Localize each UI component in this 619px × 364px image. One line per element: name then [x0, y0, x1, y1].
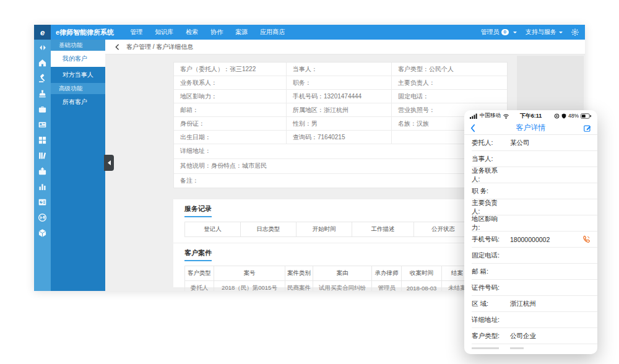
- form-row: 客户（委托人）：张三1222 当事人： 客户类型：公民个人: [174, 63, 507, 76]
- phone-field-row: 当事人:: [464, 151, 597, 167]
- field-label: 业务联系人:: [472, 167, 503, 184]
- col-client-type: 客户类型: [185, 266, 214, 281]
- sidebar-item-my-clients[interactable]: 我的客户: [51, 51, 105, 67]
- cell-lawyer: 管理员: [372, 281, 402, 292]
- field-label: 区 域:: [472, 300, 503, 308]
- admin-label: 管理员: [481, 28, 500, 37]
- chevron-down-icon: [513, 32, 517, 35]
- field-landline: 固定电话：: [392, 90, 507, 103]
- field-contact: 业务联系人：: [174, 76, 287, 89]
- phone-field-row: 客户类型: 公司企业: [464, 328, 597, 344]
- phone-field-row: 邮 箱:: [464, 264, 597, 280]
- field-region-influence: 地区影响力：: [174, 90, 287, 103]
- library-icon[interactable]: [34, 148, 51, 163]
- field-client: 客户（委托人）：张三1222: [174, 63, 287, 76]
- back-chevron-icon[interactable]: [114, 43, 120, 51]
- field-value: 18000000002: [510, 236, 550, 243]
- field-email: 邮箱：: [174, 103, 287, 116]
- clipped-row: [464, 344, 597, 354]
- sidebar-collapse-handle[interactable]: [104, 155, 114, 171]
- form-row: 身份证： 性别：男 名族：汉族: [174, 117, 507, 131]
- support-label: 支持与服务: [526, 28, 556, 37]
- phone-field-row-mobile: 手机号码: 18000000002: [464, 232, 597, 248]
- field-label: 委托人:: [472, 139, 503, 147]
- phone-page-title: 客户详情: [516, 123, 546, 133]
- menu-item-collaborate[interactable]: 协作: [204, 25, 229, 40]
- table-row[interactable]: 委托人 2018（民）第0015号 民商案件 试用买卖合同纠纷 管理员 2018…: [185, 281, 473, 292]
- app-logo-icon: e: [34, 25, 51, 40]
- archive-up-icon[interactable]: [34, 163, 51, 179]
- col-case-category: 案件类别: [285, 266, 313, 281]
- cell-accept-date: 2018-08-03: [402, 281, 442, 292]
- menu-item-knowledge[interactable]: 知识库: [149, 25, 180, 40]
- col-registrant: 登记人: [185, 222, 241, 237]
- report-icon[interactable]: [34, 194, 51, 210]
- shield-icon: [561, 113, 566, 119]
- field-label: 手机号码:: [472, 235, 503, 244]
- cube-icon[interactable]: [34, 225, 51, 241]
- field-label: 客户类型:: [472, 332, 503, 340]
- call-phone-icon[interactable]: [582, 235, 591, 246]
- phone-field-row: 证件号码:: [464, 280, 597, 296]
- wifi-icon: [503, 113, 509, 119]
- stamp-icon[interactable]: [34, 86, 51, 102]
- collapse-arrows-icon[interactable]: [34, 40, 51, 55]
- chevron-down-icon: [559, 32, 563, 35]
- phone-field-row: 职 务:: [464, 183, 597, 199]
- field-principal: 主要负责人：: [392, 76, 507, 89]
- field-value: 浙江杭州: [510, 300, 536, 308]
- service-records-table: 登记人 日志类型 开始时间 工作描述 公开状态: [184, 222, 473, 237]
- mobile-preview-card: 中国移动 下午6:11 48% 客户详情 委托人: 某公司 当事人: 业务联系人…: [464, 110, 597, 354]
- settings-gear-icon[interactable]: [571, 28, 579, 36]
- gavel-icon[interactable]: [34, 71, 51, 86]
- grid-icon[interactable]: [34, 132, 51, 148]
- client-cases-table: 客户类型 案号 案件类别 案由 承办律师 收案时间 结案 委托人 2018（民）…: [184, 266, 473, 291]
- battery-icon: [581, 113, 592, 119]
- phone-field-row: 详细地址:: [464, 312, 597, 328]
- menu-item-manage[interactable]: 管理: [124, 25, 149, 40]
- briefcase-icon[interactable]: [34, 102, 51, 117]
- col-lawyer: 承办律师: [372, 266, 402, 281]
- menu-item-case-source[interactable]: 案源: [229, 25, 254, 40]
- app-title: e律师智能律所系统: [56, 28, 114, 37]
- field-address: 详细地址：: [174, 144, 507, 158]
- cell-cause: 试用买卖合同纠纷: [313, 281, 372, 292]
- field-label: 当事人:: [472, 155, 503, 163]
- phone-field-row: 业务联系人:: [464, 167, 597, 183]
- form-row: 邮箱： 所属地区：浙江杭州 营业执照号：: [174, 103, 507, 117]
- sidebar-item-opposing-party[interactable]: 对方当事人: [51, 67, 105, 83]
- field-label: 地区影响力:: [472, 215, 503, 232]
- edit-pencil-icon[interactable]: [583, 124, 592, 135]
- field-label: 主要负责人:: [472, 199, 503, 216]
- breadcrumb[interactable]: 客户管理 / 客户详细信息: [126, 43, 193, 51]
- support-dropdown[interactable]: 支持与服务: [526, 28, 563, 37]
- phone-field-row: 地区影响力:: [464, 215, 597, 232]
- admin-dropdown[interactable]: 管理员 0: [481, 28, 517, 37]
- field-value: 某公司: [510, 139, 530, 147]
- sidebar-item-all-clients[interactable]: 所有客户: [51, 94, 105, 110]
- form-row: 其他说明：身份特点：城市居民: [174, 159, 507, 174]
- sidebar-panel: 基础功能 我的客户 对方当事人 高级功能 所有客户: [51, 40, 105, 291]
- sections-panel: 服务记录 登记人 日志类型 开始时间 工作描述 公开状态 客户案件 客户类型: [173, 199, 508, 287]
- hr-badge-icon[interactable]: [34, 210, 51, 225]
- field-id-card: 身份证：: [174, 117, 287, 130]
- field-party: 当事人：: [287, 63, 392, 76]
- phone-nav-bar: 客户详情: [464, 121, 597, 135]
- cell-client-type: 委托人: [185, 281, 214, 292]
- menu-item-search[interactable]: 检索: [180, 25, 204, 40]
- form-row: 详细地址：: [174, 144, 507, 159]
- phone-back-chevron-icon[interactable]: [470, 124, 475, 135]
- form-row: 出生日期： 查询码：71640215: [174, 131, 507, 144]
- battery-percent: 48%: [568, 113, 579, 119]
- bar-chart-icon[interactable]: [34, 179, 51, 194]
- field-label: 证件号码:: [472, 284, 503, 292]
- cell-case-number: 2018（民）第0015号: [214, 281, 285, 292]
- sidebar-group-advanced: 高级功能: [51, 83, 105, 94]
- table-header-row: 登记人 日志类型 开始时间 工作描述 公开状态: [185, 222, 473, 237]
- menu-item-app-store[interactable]: 应用商店: [254, 25, 291, 40]
- section-underline: [184, 260, 212, 261]
- home-icon[interactable]: [34, 55, 51, 71]
- field-value: 公司企业: [510, 332, 536, 340]
- section-underline: [184, 216, 212, 217]
- id-card-icon[interactable]: [34, 117, 51, 132]
